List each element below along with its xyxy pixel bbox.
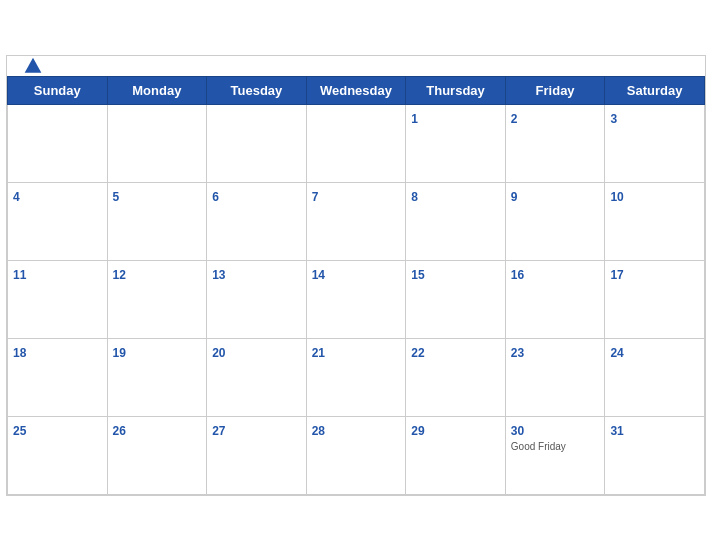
calendar-cell: 11 [8,260,108,338]
calendar-cell: 28 [306,416,406,494]
calendar-cell: 14 [306,260,406,338]
calendar-header [7,56,705,76]
calendar-cell [107,104,207,182]
weekday-header-sunday: Sunday [8,76,108,104]
calendar-cell: 9 [505,182,605,260]
weekday-header-row: SundayMondayTuesdayWednesdayThursdayFrid… [8,76,705,104]
calendar-week-1: 45678910 [8,182,705,260]
calendar-cell: 19 [107,338,207,416]
day-number: 9 [511,190,518,204]
day-number: 6 [212,190,219,204]
calendar-cell: 24 [605,338,705,416]
calendar-week-2: 11121314151617 [8,260,705,338]
weekday-header-monday: Monday [107,76,207,104]
weekday-header-thursday: Thursday [406,76,506,104]
day-number: 27 [212,424,225,438]
calendar-cell: 31 [605,416,705,494]
calendar-cell: 17 [605,260,705,338]
svg-marker-2 [26,59,39,72]
calendar-cell: 29 [406,416,506,494]
calendar-cell: 16 [505,260,605,338]
day-number: 14 [312,268,325,282]
day-number: 8 [411,190,418,204]
calendar-cell: 25 [8,416,108,494]
day-number: 17 [610,268,623,282]
calendar-cell: 13 [207,260,307,338]
day-number: 20 [212,346,225,360]
day-number: 3 [610,112,617,126]
calendar-cell: 10 [605,182,705,260]
day-number: 13 [212,268,225,282]
calendar-cell: 23 [505,338,605,416]
calendar-table: SundayMondayTuesdayWednesdayThursdayFrid… [7,76,705,495]
calendar-week-3: 18192021222324 [8,338,705,416]
day-number: 28 [312,424,325,438]
day-number: 22 [411,346,424,360]
day-number: 4 [13,190,20,204]
calendar-cell [306,104,406,182]
calendar-week-4: 252627282930Good Friday31 [8,416,705,494]
day-number: 25 [13,424,26,438]
weekday-header-saturday: Saturday [605,76,705,104]
logo-icon [23,56,43,76]
weekday-header-tuesday: Tuesday [207,76,307,104]
calendar-week-0: 123 [8,104,705,182]
calendar-cell: 3 [605,104,705,182]
day-number: 12 [113,268,126,282]
day-number: 1 [411,112,418,126]
day-number: 16 [511,268,524,282]
calendar-cell [207,104,307,182]
calendar-cell: 4 [8,182,108,260]
day-number: 23 [511,346,524,360]
day-number: 5 [113,190,120,204]
calendar-cell: 22 [406,338,506,416]
calendar-cell: 20 [207,338,307,416]
calendar-cell: 27 [207,416,307,494]
weekday-header-friday: Friday [505,76,605,104]
day-number: 30 [511,424,524,438]
day-number: 15 [411,268,424,282]
calendar-cell: 1 [406,104,506,182]
calendar-cell: 26 [107,416,207,494]
day-number: 10 [610,190,623,204]
calendar-cell: 8 [406,182,506,260]
calendar-cell: 12 [107,260,207,338]
calendar-cell: 2 [505,104,605,182]
calendar-cell: 21 [306,338,406,416]
calendar: SundayMondayTuesdayWednesdayThursdayFrid… [6,55,706,496]
day-number: 26 [113,424,126,438]
day-number: 18 [13,346,26,360]
day-number: 29 [411,424,424,438]
calendar-cell: 7 [306,182,406,260]
day-number: 24 [610,346,623,360]
day-number: 7 [312,190,319,204]
calendar-cell: 15 [406,260,506,338]
calendar-cell [8,104,108,182]
calendar-cell: 6 [207,182,307,260]
day-number: 2 [511,112,518,126]
day-number: 19 [113,346,126,360]
calendar-cell: 18 [8,338,108,416]
weekday-header-wednesday: Wednesday [306,76,406,104]
holiday-label: Good Friday [511,441,600,452]
logo [23,56,51,76]
day-number: 31 [610,424,623,438]
calendar-cell: 5 [107,182,207,260]
calendar-cell: 30Good Friday [505,416,605,494]
day-number: 11 [13,268,26,282]
day-number: 21 [312,346,325,360]
